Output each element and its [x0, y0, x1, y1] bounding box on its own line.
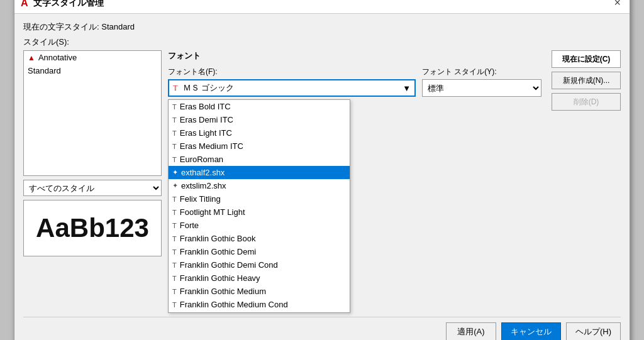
dropdown-item-felix-titling[interactable]: T Felix Titling [169, 192, 350, 206]
current-font-name: ＭＳ ゴシック [183, 83, 235, 92]
cancel-button[interactable]: キャンセル [501, 322, 561, 340]
app-icon: A [21, 0, 28, 9]
filter-select[interactable]: すべてのスタイル [23, 180, 162, 196]
font-name-label: フォント名(F): [168, 67, 416, 77]
apply-button[interactable]: 適用(A) [446, 322, 496, 340]
help-button[interactable]: ヘルプ(H) [566, 322, 621, 340]
tf-icon: T [172, 288, 177, 295]
item-label: Franklin Gothic Demi [180, 247, 256, 256]
tf-icon: T [172, 103, 177, 111]
item-label: Eras Demi ITC [180, 115, 233, 124]
dropdown-item-euroroman[interactable]: T EuroRoman [169, 153, 350, 166]
tf-icon: T [172, 222, 177, 229]
item-label: Forte [180, 221, 199, 230]
dropdown-item-franklin-gothic-medium-cond[interactable]: T Franklin Gothic Medium Cond [169, 298, 350, 311]
font-style-select[interactable]: 標準 [422, 79, 541, 97]
dropdown-item-franklin-gothic-demi[interactable]: T Franklin Gothic Demi [169, 245, 350, 258]
title-bar-left: A 文字スタイル管理 [21, 0, 104, 9]
dropdown-item-exthalf2[interactable]: ✦ exthalf2.shx [169, 166, 350, 179]
text-style-dialog: A 文字スタイル管理 × 現在の文字スタイル: Standard スタイル(S)… [14, 0, 630, 340]
dropdown-item-eras-light-itc[interactable]: T Eras Light ITC [169, 126, 350, 140]
font-style-label: フォント スタイル(Y): [422, 67, 541, 77]
set-current-button[interactable]: 現在に設定(C) [552, 50, 621, 68]
item-label: Felix Titling [180, 194, 221, 204]
dropdown-item-eras-bold-itc[interactable]: T Eras Bold ITC [169, 100, 350, 113]
tf-icon: T [172, 209, 177, 216]
font-name-group: フォント名(F): 𝕋 ＭＳ ゴシック ▼ T [168, 67, 416, 97]
item-label: EuroRoman [180, 155, 223, 164]
styles-section-label: スタイル(S): [23, 36, 621, 48]
tf-icon: T [172, 235, 177, 243]
font-dropdown-list[interactable]: T Eras Bold ITC T Eras Demi ITC T Eras L… [168, 99, 350, 313]
filter-dropdown: すべてのスタイル [23, 180, 162, 196]
item-label: Franklin Gothic Heavy [180, 273, 260, 283]
dropdown-item-forte[interactable]: T Forte [169, 219, 350, 232]
current-style-label: 現在の文字スタイル: Standard [23, 21, 621, 33]
dropdown-item-franklin-gothic-demi-cond[interactable]: T Franklin Gothic Demi Cond [169, 258, 350, 271]
item-label: Eras Medium ITC [180, 141, 243, 151]
dropdown-item-footlight-mt-light[interactable]: T Footlight MT Light [169, 206, 350, 219]
dropdown-item-freestyle-script[interactable]: T Freestyle Script [169, 311, 350, 313]
shx-icon: ✦ [172, 168, 178, 177]
tf-icon: T [172, 116, 177, 124]
buttons-panel: 現在に設定(C) 新規作成(N)... 削除(D) [552, 50, 621, 313]
item-label: extslim2.shx [181, 181, 226, 190]
main-row: ▲ Annotative Standard すべてのスタイル AaBb123 [23, 50, 621, 313]
style-item-standard-label: Standard [28, 66, 61, 75]
font-style-group: フォント スタイル(Y): 標準 [422, 67, 541, 97]
tf-icon: T [172, 156, 177, 163]
item-label: Franklin Gothic Medium Cond [180, 300, 288, 309]
title-bar: A 文字スタイル管理 × [14, 0, 630, 14]
left-panel: ▲ Annotative Standard すべてのスタイル AaBb123 [23, 50, 162, 313]
font-type-icon: 𝕋 [173, 84, 178, 92]
tf-icon: T [172, 195, 177, 203]
dropdown-item-eras-medium-itc[interactable]: T Eras Medium ITC [169, 140, 350, 153]
font-row: フォント名(F): 𝕋 ＭＳ ゴシック ▼ T [168, 67, 541, 97]
dropdown-arrow-icon: ▼ [402, 84, 411, 93]
dropdown-item-extslim2[interactable]: ✦ extslim2.shx [169, 179, 350, 192]
tf-icon: T [172, 143, 177, 150]
font-section-label: フォント [168, 50, 541, 62]
annotative-icon: ▲ [28, 53, 35, 62]
item-label: Franklin Gothic Demi Cond [180, 260, 278, 270]
tf-icon: T [172, 275, 177, 282]
right-panel: フォント フォント名(F): 𝕋 ＭＳ ゴシック ▼ [168, 50, 541, 313]
style-item-annotative[interactable]: ▲ Annotative [24, 51, 161, 64]
dropdown-item-franklin-gothic-medium[interactable]: T Franklin Gothic Medium [169, 285, 350, 298]
styles-list[interactable]: ▲ Annotative Standard [23, 50, 162, 176]
style-item-annotative-label: Annotative [38, 53, 77, 62]
dropdown-item-franklin-gothic-heavy[interactable]: T Franklin Gothic Heavy [169, 271, 350, 285]
close-button[interactable]: × [611, 0, 623, 9]
bottom-row: 適用(A) キャンセル ヘルプ(H) [23, 317, 621, 340]
item-label: Franklin Gothic Book [180, 234, 256, 243]
delete-button[interactable]: 削除(D) [552, 93, 621, 111]
tf-icon: T [172, 261, 177, 269]
item-label: exthalf2.shx [181, 168, 225, 177]
style-item-standard[interactable]: Standard [24, 64, 161, 77]
tf-icon: T [172, 248, 177, 256]
tf-icon: T [172, 129, 177, 137]
item-label: Eras Light ITC [180, 128, 232, 138]
new-button[interactable]: 新規作成(N)... [552, 72, 621, 89]
shx-icon: ✦ [172, 182, 178, 190]
tf-icon: T [172, 301, 177, 309]
dropdown-item-franklin-gothic-book[interactable]: T Franklin Gothic Book [169, 232, 350, 245]
item-label: Footlight MT Light [180, 207, 245, 217]
dropdown-item-eras-demi-itc[interactable]: T Eras Demi ITC [169, 113, 350, 126]
preview-text: AaBb123 [36, 213, 149, 243]
preview-box: AaBb123 [23, 200, 162, 256]
dialog-title: 文字スタイル管理 [33, 0, 104, 9]
dialog-body: 現在の文字スタイル: Standard スタイル(S): ▲ Annotativ… [14, 14, 630, 340]
font-name-dropdown[interactable]: 𝕋 ＭＳ ゴシック ▼ [168, 79, 416, 97]
item-label: Eras Bold ITC [180, 102, 231, 111]
item-label: Franklin Gothic Medium [180, 287, 266, 296]
